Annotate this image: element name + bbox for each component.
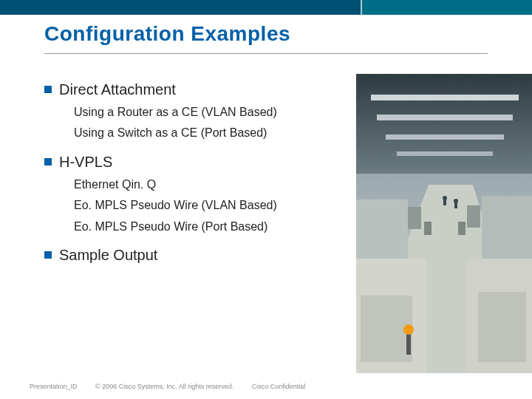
svg-rect-14 xyxy=(408,207,421,229)
footer: Presentation_ID © 2006 Cisco Systems, In… xyxy=(30,383,502,390)
section-direct-attachment: Direct Attachment Using a Router as a CE… xyxy=(44,81,355,142)
svg-rect-4 xyxy=(386,134,504,140)
svg-rect-15 xyxy=(467,205,480,228)
section-heading: Sample Output xyxy=(44,247,355,264)
content-body: Direct Attachment Using a Router as a CE… xyxy=(44,74,355,270)
section-heading-text: Direct Attachment xyxy=(59,81,176,98)
title-area: Configuration Examples xyxy=(44,22,488,46)
sub-item: Ethernet Qin. Q xyxy=(74,177,355,193)
svg-rect-17 xyxy=(458,222,466,235)
bullet-icon xyxy=(44,86,52,93)
svg-rect-2 xyxy=(371,95,519,100)
svg-rect-0 xyxy=(356,74,532,174)
section-heading-text: H-VPLS xyxy=(59,154,112,170)
sub-item: Using a Router as a CE (VLAN Based) xyxy=(74,104,355,120)
svg-rect-21 xyxy=(443,200,446,205)
svg-rect-23 xyxy=(454,202,457,208)
section-sample-output: Sample Output xyxy=(44,247,355,264)
svg-rect-13 xyxy=(478,292,526,362)
section-heading: Direct Attachment xyxy=(44,81,355,98)
slide-title: Configuration Examples xyxy=(44,22,488,46)
footer-confidential: Cisco Confidential xyxy=(252,383,306,390)
svg-rect-16 xyxy=(424,222,432,235)
bullet-icon xyxy=(44,158,52,166)
slide: Configuration Examples Direct Attachment… xyxy=(0,0,532,399)
svg-point-19 xyxy=(403,324,414,335)
section-hvpls: H-VPLS Ethernet Qin. Q Eo. MPLS Pseudo W… xyxy=(44,154,355,235)
sub-item: Using a Switch as a CE (Port Based) xyxy=(74,125,355,141)
sub-item: Eo. MPLS Pseudo Wire (VLAN Based) xyxy=(74,197,355,214)
section-heading: H-VPLS xyxy=(44,154,355,171)
sub-item: Eo. MPLS Pseudo Wire (Port Based) xyxy=(74,219,355,235)
side-photo xyxy=(356,74,532,373)
bullet-icon xyxy=(44,251,52,259)
title-underline xyxy=(44,53,488,54)
svg-rect-5 xyxy=(397,151,493,156)
svg-rect-3 xyxy=(377,115,513,120)
footer-presentation-id: Presentation_ID xyxy=(30,383,78,390)
footer-copyright: © 2006 Cisco Systems, Inc. All rights re… xyxy=(95,383,233,390)
svg-rect-18 xyxy=(406,332,411,355)
top-bar xyxy=(0,0,532,15)
factory-photo-icon xyxy=(356,74,532,373)
section-heading-text: Sample Output xyxy=(59,247,157,263)
